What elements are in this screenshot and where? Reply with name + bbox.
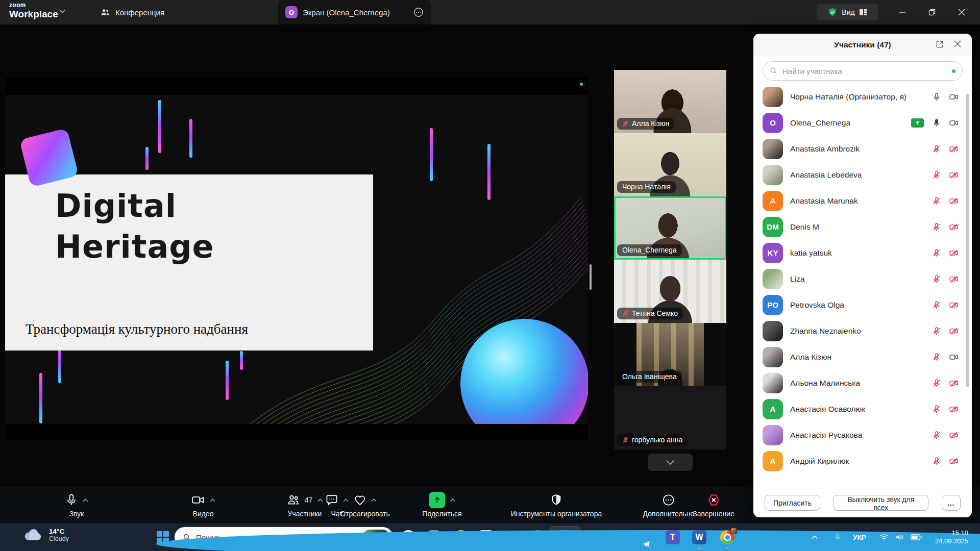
tray-chevron-up-icon[interactable] [812, 535, 818, 539]
wifi-icon[interactable] [879, 534, 889, 541]
more-participants-chevron-button[interactable] [648, 454, 693, 471]
mic-muted-icon [932, 456, 941, 466]
audio-options-chevron[interactable] [83, 498, 88, 502]
video-thumbnail[interactable]: Olena_Chernega [614, 196, 726, 260]
mic-active-icon [932, 118, 941, 128]
participant-row[interactable]: PO Petrovska Olga [753, 292, 972, 318]
audio-label: Звук [69, 510, 84, 518]
running-dot [726, 547, 729, 549]
participants-panel-title: Участники (47) [834, 40, 891, 49]
thumbnail-name: горбулько анна [632, 436, 682, 444]
footer-more-button[interactable]: … [942, 495, 961, 511]
people-icon [100, 7, 110, 17]
video-thumbnail[interactable]: Алла Кізюн [614, 70, 726, 133]
slide-title: Digital Heritage [55, 186, 214, 267]
teams-icon[interactable]: T [666, 530, 680, 544]
camera-off-icon [949, 404, 959, 414]
mic-muted-icon [932, 326, 941, 336]
react-options-chevron[interactable] [371, 498, 377, 502]
participant-row[interactable]: O Olena_Chernega [753, 110, 972, 136]
share-options-chevron[interactable] [450, 498, 455, 502]
camera-off-icon [949, 248, 959, 258]
participant-list-scrollbar[interactable] [966, 94, 969, 387]
host-tools-button[interactable]: Инструменты организатора [511, 491, 602, 518]
avatar [763, 165, 783, 185]
camera-off-icon [949, 170, 959, 180]
participant-name: Anastasia Lebedeva [790, 170, 924, 180]
participant-row[interactable]: A Anastasia Marunak [753, 188, 972, 214]
avatar-initials: A [770, 196, 776, 205]
mute-all-button[interactable]: Выключить звук для всех [834, 495, 928, 511]
view-button[interactable]: Вид [817, 4, 878, 20]
camera-off-icon [949, 222, 959, 232]
camera-icon [191, 493, 205, 507]
end-meeting-icon [706, 493, 721, 507]
battery-icon[interactable] [911, 534, 922, 540]
chrome-profile-icon[interactable] [720, 530, 734, 544]
participant-row[interactable]: Анастасія Русакова [753, 422, 972, 448]
content-scrollbar[interactable] [590, 264, 592, 290]
participant-row[interactable]: A Анастасія Осаволюк [753, 396, 972, 422]
participants-panel-footer: Пригласить Выключить звук для всех … [753, 488, 972, 517]
video-button[interactable]: Видео [191, 491, 215, 518]
video-thumbnail[interactable]: горбулько анна [614, 386, 726, 449]
tab-screen-share[interactable]: O Экран (Olena_Chernega) [278, 0, 431, 24]
participant-row[interactable]: Альона Малинська [753, 370, 972, 396]
thumbnail-name-label: Ольга Іваніщева [617, 371, 682, 383]
taskbar-clock[interactable]: 15:10 24.09.2025 [935, 529, 968, 545]
avatar [763, 321, 783, 341]
participant-row[interactable]: Anastasia Lebedeva [753, 162, 972, 188]
invite-button[interactable]: Пригласить [765, 495, 820, 511]
participants-button[interactable]: 47 Участники [287, 491, 323, 518]
video-thumbnail[interactable]: Ольга Іваніщева [614, 323, 726, 386]
thumbnail-name: Тетяна Семко [632, 309, 678, 317]
thumbnail-name: Чорна Наталія [622, 183, 671, 191]
participants-panel: Участники (47) Чорна Наталія (Организато… [753, 34, 972, 517]
video-thumbnail[interactable]: Тетяна Семко [614, 260, 726, 323]
react-button[interactable]: Отреагировать [340, 491, 390, 518]
language-indicator[interactable]: УКР [853, 534, 866, 541]
logo-chevron-down-icon[interactable] [59, 9, 65, 13]
search-participant-input[interactable] [763, 61, 963, 81]
window-minimize-button[interactable] [891, 0, 914, 24]
participant-row[interactable]: Чорна Наталія (Организатор, я) [753, 84, 972, 110]
mic-muted-icon [932, 248, 941, 258]
video-thumbnail[interactable]: Чорна Наталія [614, 133, 726, 196]
mic-icon [65, 493, 78, 507]
avatar: A [763, 399, 783, 419]
mic-muted-icon [932, 274, 941, 284]
participant-row[interactable]: Zhanna Neznaienko [753, 318, 972, 344]
tray-mic-icon[interactable] [834, 533, 842, 542]
mic-muted-icon [932, 170, 941, 180]
participant-row[interactable]: Алла Кізюн [753, 344, 972, 370]
window-close-button[interactable] [950, 0, 973, 24]
avatar [763, 425, 783, 445]
volume-icon[interactable] [895, 533, 904, 541]
audio-button[interactable]: Звук [65, 491, 88, 518]
word-icon[interactable]: W [692, 530, 706, 544]
popout-icon[interactable] [935, 40, 944, 49]
camera-off-icon [949, 274, 959, 284]
participants-options-chevron[interactable] [317, 498, 323, 502]
tab-conference[interactable]: Конференция [97, 0, 167, 24]
avatar-initials: PO [767, 300, 778, 309]
end-meeting-button[interactable]: Завершение [693, 491, 734, 518]
video-options-chevron[interactable] [210, 498, 215, 502]
participant-row[interactable]: KY katia yatsuk [753, 240, 972, 266]
tab-conference-label: Конференция [115, 8, 164, 17]
participant-name: Анастасія Русакова [790, 431, 924, 440]
window-restore-button[interactable] [920, 0, 944, 24]
participant-row[interactable]: Anastasia Ambrozik [753, 136, 972, 162]
avatar: A [763, 451, 783, 471]
close-panel-icon[interactable] [953, 40, 962, 48]
mic-muted-icon [932, 196, 941, 206]
avatar [763, 139, 783, 159]
tab-more-icon[interactable] [413, 7, 424, 18]
share-button[interactable]: Поделиться [422, 491, 461, 518]
camera-off-icon [949, 300, 959, 310]
participant-row[interactable]: A Андрій Кирилюк [753, 448, 972, 474]
participant-row[interactable]: Liza [753, 266, 972, 292]
participant-row[interactable]: DM Denis M [753, 214, 972, 240]
weather-widget[interactable]: 14°C Cloudy [23, 528, 69, 542]
more-button[interactable]: Дополнительно [643, 491, 695, 518]
